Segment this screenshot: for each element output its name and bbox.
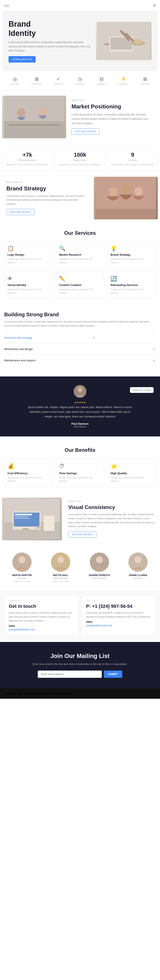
benefit-text: Sample text. Click to select the Text El… [111, 476, 152, 483]
icon-item: ✓ CONTENT [53, 76, 63, 85]
accordion-title: Research and strategy [4, 336, 32, 339]
svg-rect-24 [15, 518, 30, 519]
stat-text: Sample text. Click to select the Text El… [58, 163, 102, 166]
benefit-title: Time Savings [59, 472, 101, 475]
menu-icon[interactable]: ≡ [153, 3, 156, 8]
svg-point-29 [57, 556, 64, 563]
about-title: Market Positioning [71, 103, 152, 110]
content-icon: ◷ [78, 76, 82, 82]
contact-label: CONTACTS [9, 600, 74, 602]
team-img-tag: Image from Freepik [43, 580, 78, 582]
stat-card: 9 Countries Sample text. Click to select… [107, 148, 158, 170]
stat-label: Happy clients [58, 159, 102, 161]
footer: Sample text. Click to select the Text El… [0, 689, 160, 699]
icon-label: CONTENT [53, 83, 63, 85]
about-description: Lorem ipsum dolor sit amet, consectetur … [71, 113, 152, 126]
team-avatar [51, 552, 70, 572]
accordion-toggle-icon[interactable]: ＋ [92, 335, 96, 340]
testimonial-role: Web Master [74, 425, 86, 428]
testimonial-quote: Ipsum publius the, simplex. Regula quam … [27, 405, 133, 419]
service-title: Content Creation [59, 283, 101, 286]
mailing-description: Enter your email in the box and click on… [6, 662, 154, 666]
service-text: Sample text. Click to select the Text El… [59, 258, 101, 264]
testimonial-section: ★★★★★ Ipsum publius the, simplex. Regula… [0, 377, 160, 436]
services-title: Our Services [4, 230, 156, 236]
icon-label: CONTENT [32, 83, 41, 85]
service-icon: 💡 [111, 245, 152, 251]
mailing-submit-button[interactable]: SUBMIT [104, 671, 122, 678]
icon-label: CONNECT [118, 83, 128, 85]
team-avatar [13, 552, 32, 572]
contact-card: CONTACTS Get in touch Lorem ipsum dolor … [4, 595, 79, 636]
download-button[interactable]: DOWNLOAD FILE [8, 56, 36, 62]
service-card: 🔍 Market Research Sample text. Click to … [56, 241, 104, 269]
mailing-input[interactable] [38, 671, 102, 678]
icon-item: ⊟ CONNECT [97, 76, 107, 85]
service-icon: 🔄 [111, 276, 152, 282]
svg-point-27 [19, 556, 25, 563]
svg-point-14 [135, 187, 143, 196]
svg-rect-15 [96, 209, 156, 220]
team-card: JEANNE ROBERTS Vice President [82, 552, 117, 582]
stat-number: +7k [5, 151, 49, 158]
strategy-explore-button[interactable]: EXPLORE DETAILS [6, 209, 35, 215]
svg-rect-10 [8, 124, 60, 126]
team-member-name: MATTIE BALL [43, 574, 78, 576]
svg-rect-22 [15, 514, 32, 515]
testimonial-stars: ★★★★★ [74, 401, 86, 404]
accordion-item[interactable]: Maintenance and support ＋ [4, 355, 156, 366]
stat-number: 9 [111, 151, 155, 158]
accordion-toggle-icon[interactable]: ＋ [152, 346, 156, 352]
visual-section: ABOUT US Visual Consistency Lorem ipsum … [0, 496, 160, 542]
visual-explore-button[interactable]: EXPLORE DETAILS [68, 531, 97, 538]
icon-label: CONNECT [74, 83, 85, 85]
content-icon: ⊞ [143, 76, 147, 82]
team-member-role: Office Manager [43, 577, 78, 579]
contact-email[interactable]: example@domain.com [9, 628, 74, 631]
icon-item: ⊞ CONTENT [140, 76, 150, 85]
strategy-tag: WHAT WE DO [6, 181, 86, 183]
call-email-label: EMAIL [86, 621, 152, 623]
about-explore-button[interactable]: EXPLORE DETAILS [71, 129, 100, 135]
service-card: ✏️ Content Creation Sample text. Click t… [56, 272, 104, 299]
strategy-description: Lorem ipsum dolor sit amet, consectetur … [6, 194, 86, 206]
stat-number: 100k [58, 151, 102, 158]
icons-row: ◎ CONTENT⊞ CONTENT✓ CONTENT◷ CONNECT⊟ CO… [0, 71, 160, 91]
content-icon: ⊟ [100, 76, 103, 82]
stat-label: Worldwide projects [5, 159, 49, 161]
team-member-role: Secretary [120, 577, 156, 579]
icon-item: ⚡ CONNECT [118, 76, 128, 85]
strategy-image [94, 177, 158, 220]
service-icon: 📋 [8, 245, 49, 251]
accordion-item[interactable]: Wireframes and design ＋ [4, 343, 156, 355]
call-email[interactable]: example@domain.com [86, 624, 152, 627]
service-title: Market Research [59, 253, 101, 256]
logo: logo [4, 4, 10, 7]
benefit-card: ⭐ High Quality Sample text. Click to sel… [107, 458, 156, 487]
benefit-card: 💰 Cost Efficiency Sample text. Click to … [4, 458, 53, 487]
contact-description: Lorem ipsum dolor sit amet, consectetur … [9, 611, 74, 623]
svg-point-12 [108, 187, 118, 196]
stats-section: +7k Worldwide projects Sample text. Clic… [0, 143, 160, 175]
service-text: Sample text. Click to select the Text El… [8, 258, 49, 264]
accordion-toggle-icon[interactable]: ＋ [152, 358, 156, 363]
team-avatar [90, 552, 109, 572]
content-icon: ✓ [56, 76, 60, 82]
navigation: logo ≡ [0, 0, 160, 11]
svg-point-5 [134, 39, 143, 45]
stat-text: Sample text. Click to select the Text El… [5, 163, 49, 166]
service-icon: 👁 [8, 276, 49, 282]
benefit-icon: ⭐ [111, 463, 152, 469]
building-section: Building Strong Brand Lorem ipsum dolor … [0, 305, 160, 372]
contact-section: CONTACTS Get in touch Lorem ipsum dolor … [0, 591, 160, 640]
stat-card: +7k Worldwide projects Sample text. Clic… [2, 148, 53, 170]
team-member-role: Secretary [4, 577, 40, 579]
icon-item: ⊞ CONTENT [32, 76, 41, 85]
team-member-name: JENNIE CLARKE [120, 574, 156, 576]
service-title: Brand Strategy [111, 253, 152, 256]
call-number: P: +1 (324) 987-56-54 [86, 603, 152, 609]
stat-label: Countries [111, 159, 155, 161]
mailing-section: Join Our Mailing List Enter your email i… [0, 642, 160, 689]
accordion-item[interactable]: Research and strategy ＋ [4, 332, 156, 343]
team-member-name: BERTIE NORTON [4, 574, 40, 576]
